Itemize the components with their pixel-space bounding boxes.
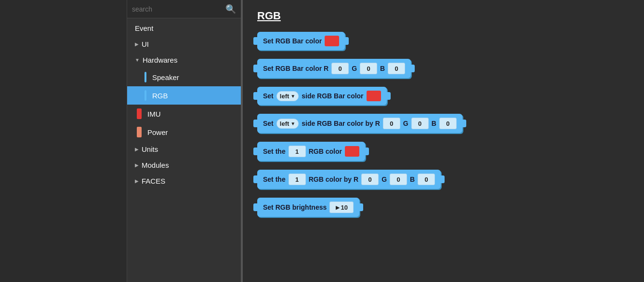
block-text-before: Set [263,92,274,100]
block-set-rgb-brightness[interactable]: Set RGB brightness ▶ 10 [257,198,359,217]
sidebar-item-label: IMU [147,110,161,118]
input-num-2[interactable]: 1 [289,174,306,185]
brightness-value: 10 [341,204,348,211]
page-title: RGB [257,10,630,22]
sidebar-item-label: Power [147,128,168,136]
block-set-rgb-bar-color-rgb[interactable]: Set RGB Bar color R 0 G 0 B 0 [257,59,411,78]
dropdown-value: left [280,93,289,100]
imu-color-bar [137,108,142,119]
sidebar-item-units[interactable]: ▶ Units [127,141,241,157]
input-b-1[interactable]: 0 [388,63,405,74]
block-row-5: Set the 1 RGB color [257,142,630,161]
block-text: Set RGB Bar color R [263,65,329,72]
block-set-rgb-bar-color[interactable]: Set RGB Bar color [257,32,345,50]
chevron-right-icon-faces: ▶ [135,178,139,184]
sidebar-item-label: Speaker [152,73,179,81]
block-text-after: side RGB Bar color by R [302,120,380,127]
sidebar-item-label: RGB [152,92,168,100]
chevron-right-icon-units: ▶ [135,147,139,152]
dropdown-left-1[interactable]: left ▼ [276,91,299,101]
block-text: Set RGB brightness [263,203,327,211]
color-swatch-red[interactable] [325,36,339,46]
input-b-3[interactable]: 0 [418,174,435,185]
sidebar-item-label: Hardwares [143,56,178,64]
input-g-2[interactable]: 0 [411,118,429,129]
label-b-1: B [380,65,385,72]
color-swatch-red-3[interactable] [345,146,359,157]
sidebar-item-label: Units [142,145,158,153]
input-brightness[interactable]: ▶ 10 [329,201,354,213]
speaker-color-bar [145,72,146,82]
input-r-3[interactable]: 0 [361,174,379,185]
color-swatch-red-2[interactable] [367,91,381,101]
label-g-2: G [403,120,408,127]
block-row-2: Set RGB Bar color R 0 G 0 B 0 [257,59,630,78]
block-row-1: Set RGB Bar color [257,32,630,50]
play-icon: ▶ [336,205,340,210]
block-text-before: Set the [263,175,286,183]
sidebar-item-label: FACES [142,177,165,185]
search-bar: 🔍 [127,0,241,18]
sidebar: 🔍 Event ▶ UI ▼ Hardwares Speaker RGB [127,0,241,282]
block-text-before: Set [263,120,274,127]
chevron-right-icon-modules: ▶ [135,162,139,168]
sidebar-item-event[interactable]: Event [127,20,241,36]
input-num-1[interactable]: 1 [289,146,306,157]
block-text-after: RGB color by R [309,175,358,183]
block-set-the-rgb-color[interactable]: Set the 1 RGB color [257,142,365,161]
input-g-3[interactable]: 0 [390,174,407,185]
search-icon[interactable]: 🔍 [225,4,236,14]
sidebar-item-speaker[interactable]: Speaker [127,68,241,86]
block-set-the-rgb-color-rgb[interactable]: Set the 1 RGB color by R 0 G 0 B 0 [257,170,441,189]
label-b-2: B [432,120,436,127]
chevron-right-icon: ▶ [135,41,139,47]
label-b-3: B [410,175,415,183]
dropdown-caret: ▼ [290,94,295,99]
block-text-before: Set the [263,148,286,155]
nav-items: Event ▶ UI ▼ Hardwares Speaker RGB IMU [127,18,241,282]
sidebar-item-label: Modules [142,161,169,169]
block-row-4: Set left ▼ side RGB Bar color by R 0 G 0… [257,114,630,133]
block-set-side-rgb-bar-color-rgb[interactable]: Set left ▼ side RGB Bar color by R 0 G 0… [257,114,462,133]
sidebar-item-label: UI [142,40,149,48]
block-row-6: Set the 1 RGB color by R 0 G 0 B 0 [257,170,630,189]
input-g-1[interactable]: 0 [360,63,377,74]
sidebar-item-ui[interactable]: ▶ UI [127,36,241,52]
power-color-bar [137,127,142,137]
block-row-3: Set left ▼ side RGB Bar color [257,87,630,105]
block-text-after: RGB color [309,148,342,155]
sidebar-item-imu[interactable]: IMU [127,105,241,123]
label-g-1: G [352,65,357,72]
sidebar-item-power[interactable]: Power [127,123,241,141]
input-r-1[interactable]: 0 [331,63,349,74]
search-input[interactable] [132,5,225,13]
input-r-2[interactable]: 0 [383,118,400,129]
input-b-2[interactable]: 0 [439,118,457,129]
sidebar-item-rgb[interactable]: RGB [127,86,241,105]
dropdown-value: left [280,120,289,127]
main-content: RGB Set RGB Bar color Set RGB Bar color … [243,0,644,282]
block-text-after: side RGB Bar color [302,92,363,100]
sidebar-item-modules[interactable]: ▶ Modules [127,157,241,173]
sidebar-item-hardwares[interactable]: ▼ Hardwares [127,52,241,68]
rgb-color-bar [145,90,146,101]
sidebar-item-faces[interactable]: ▶ FACES [127,173,241,189]
block-set-side-rgb-bar-color[interactable]: Set left ▼ side RGB Bar color [257,87,387,105]
chevron-down-icon: ▼ [135,57,140,63]
dropdown-left-2[interactable]: left ▼ [276,119,299,129]
block-row-7: Set RGB brightness ▶ 10 [257,198,630,217]
left-panel [0,0,127,282]
label-g-3: G [381,175,387,183]
block-text: Set RGB Bar color [263,37,322,45]
sidebar-item-label: Event [135,24,153,32]
dropdown-caret-2: ▼ [290,121,295,126]
